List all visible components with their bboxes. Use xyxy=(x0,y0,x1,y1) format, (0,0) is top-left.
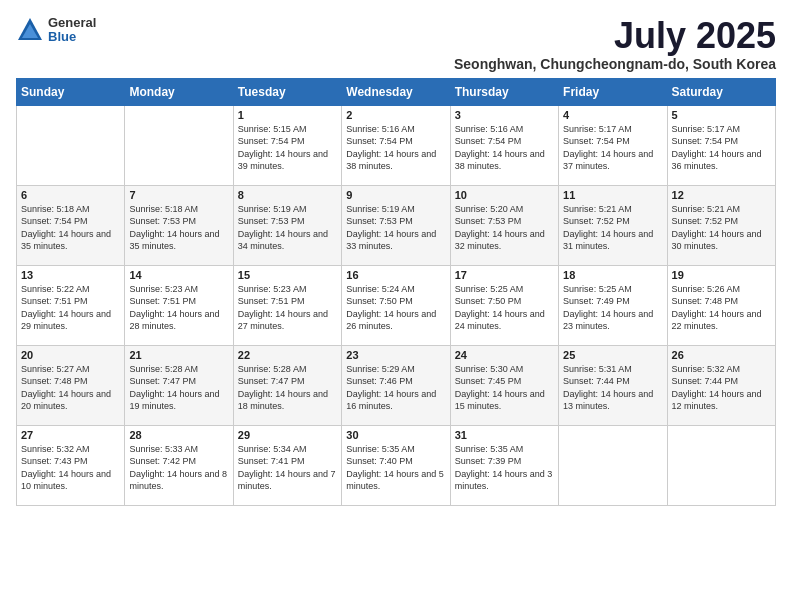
day-info: Sunrise: 5:35 AM Sunset: 7:39 PM Dayligh… xyxy=(455,443,554,493)
day-number: 11 xyxy=(563,189,662,201)
calendar-cell: 30Sunrise: 5:35 AM Sunset: 7:40 PM Dayli… xyxy=(342,425,450,505)
calendar-cell: 19Sunrise: 5:26 AM Sunset: 7:48 PM Dayli… xyxy=(667,265,775,345)
day-number: 13 xyxy=(21,269,120,281)
calendar-cell: 7Sunrise: 5:18 AM Sunset: 7:53 PM Daylig… xyxy=(125,185,233,265)
day-number: 8 xyxy=(238,189,337,201)
calendar-cell: 25Sunrise: 5:31 AM Sunset: 7:44 PM Dayli… xyxy=(559,345,667,425)
weekday-header-friday: Friday xyxy=(559,78,667,105)
calendar-cell: 26Sunrise: 5:32 AM Sunset: 7:44 PM Dayli… xyxy=(667,345,775,425)
calendar-cell: 11Sunrise: 5:21 AM Sunset: 7:52 PM Dayli… xyxy=(559,185,667,265)
day-info: Sunrise: 5:20 AM Sunset: 7:53 PM Dayligh… xyxy=(455,203,554,253)
calendar-cell: 16Sunrise: 5:24 AM Sunset: 7:50 PM Dayli… xyxy=(342,265,450,345)
logo: General Blue xyxy=(16,16,96,45)
calendar-cell xyxy=(667,425,775,505)
day-info: Sunrise: 5:25 AM Sunset: 7:49 PM Dayligh… xyxy=(563,283,662,333)
day-number: 4 xyxy=(563,109,662,121)
day-number: 28 xyxy=(129,429,228,441)
day-info: Sunrise: 5:17 AM Sunset: 7:54 PM Dayligh… xyxy=(672,123,771,173)
calendar-cell: 5Sunrise: 5:17 AM Sunset: 7:54 PM Daylig… xyxy=(667,105,775,185)
day-number: 17 xyxy=(455,269,554,281)
day-number: 1 xyxy=(238,109,337,121)
day-info: Sunrise: 5:21 AM Sunset: 7:52 PM Dayligh… xyxy=(563,203,662,253)
calendar-cell: 4Sunrise: 5:17 AM Sunset: 7:54 PM Daylig… xyxy=(559,105,667,185)
weekday-header-row: SundayMondayTuesdayWednesdayThursdayFrid… xyxy=(17,78,776,105)
month-title: July 2025 xyxy=(454,16,776,56)
calendar-cell: 13Sunrise: 5:22 AM Sunset: 7:51 PM Dayli… xyxy=(17,265,125,345)
calendar-table: SundayMondayTuesdayWednesdayThursdayFrid… xyxy=(16,78,776,506)
calendar-cell: 28Sunrise: 5:33 AM Sunset: 7:42 PM Dayli… xyxy=(125,425,233,505)
day-info: Sunrise: 5:29 AM Sunset: 7:46 PM Dayligh… xyxy=(346,363,445,413)
day-number: 22 xyxy=(238,349,337,361)
day-number: 23 xyxy=(346,349,445,361)
day-info: Sunrise: 5:24 AM Sunset: 7:50 PM Dayligh… xyxy=(346,283,445,333)
calendar-cell xyxy=(17,105,125,185)
day-info: Sunrise: 5:33 AM Sunset: 7:42 PM Dayligh… xyxy=(129,443,228,493)
day-number: 9 xyxy=(346,189,445,201)
calendar-cell: 9Sunrise: 5:19 AM Sunset: 7:53 PM Daylig… xyxy=(342,185,450,265)
calendar-cell: 6Sunrise: 5:18 AM Sunset: 7:54 PM Daylig… xyxy=(17,185,125,265)
calendar-cell: 12Sunrise: 5:21 AM Sunset: 7:52 PM Dayli… xyxy=(667,185,775,265)
calendar-cell: 21Sunrise: 5:28 AM Sunset: 7:47 PM Dayli… xyxy=(125,345,233,425)
calendar-week-row: 13Sunrise: 5:22 AM Sunset: 7:51 PM Dayli… xyxy=(17,265,776,345)
logo-blue-text: Blue xyxy=(48,30,96,44)
calendar-cell: 27Sunrise: 5:32 AM Sunset: 7:43 PM Dayli… xyxy=(17,425,125,505)
day-info: Sunrise: 5:25 AM Sunset: 7:50 PM Dayligh… xyxy=(455,283,554,333)
calendar-week-row: 27Sunrise: 5:32 AM Sunset: 7:43 PM Dayli… xyxy=(17,425,776,505)
title-section: July 2025 Seonghwan, Chungcheongnam-do, … xyxy=(454,16,776,72)
calendar-cell: 29Sunrise: 5:34 AM Sunset: 7:41 PM Dayli… xyxy=(233,425,341,505)
day-info: Sunrise: 5:18 AM Sunset: 7:53 PM Dayligh… xyxy=(129,203,228,253)
day-info: Sunrise: 5:23 AM Sunset: 7:51 PM Dayligh… xyxy=(238,283,337,333)
day-number: 24 xyxy=(455,349,554,361)
day-info: Sunrise: 5:30 AM Sunset: 7:45 PM Dayligh… xyxy=(455,363,554,413)
calendar-cell xyxy=(559,425,667,505)
day-number: 31 xyxy=(455,429,554,441)
day-number: 27 xyxy=(21,429,120,441)
calendar-cell: 17Sunrise: 5:25 AM Sunset: 7:50 PM Dayli… xyxy=(450,265,558,345)
day-info: Sunrise: 5:21 AM Sunset: 7:52 PM Dayligh… xyxy=(672,203,771,253)
day-number: 3 xyxy=(455,109,554,121)
weekday-header-tuesday: Tuesday xyxy=(233,78,341,105)
day-number: 26 xyxy=(672,349,771,361)
day-info: Sunrise: 5:17 AM Sunset: 7:54 PM Dayligh… xyxy=(563,123,662,173)
calendar-cell: 24Sunrise: 5:30 AM Sunset: 7:45 PM Dayli… xyxy=(450,345,558,425)
day-number: 2 xyxy=(346,109,445,121)
day-info: Sunrise: 5:31 AM Sunset: 7:44 PM Dayligh… xyxy=(563,363,662,413)
calendar-cell: 3Sunrise: 5:16 AM Sunset: 7:54 PM Daylig… xyxy=(450,105,558,185)
weekday-header-wednesday: Wednesday xyxy=(342,78,450,105)
day-number: 16 xyxy=(346,269,445,281)
day-number: 7 xyxy=(129,189,228,201)
day-number: 10 xyxy=(455,189,554,201)
day-number: 5 xyxy=(672,109,771,121)
weekday-header-saturday: Saturday xyxy=(667,78,775,105)
calendar-cell: 18Sunrise: 5:25 AM Sunset: 7:49 PM Dayli… xyxy=(559,265,667,345)
calendar-cell: 10Sunrise: 5:20 AM Sunset: 7:53 PM Dayli… xyxy=(450,185,558,265)
day-info: Sunrise: 5:23 AM Sunset: 7:51 PM Dayligh… xyxy=(129,283,228,333)
day-info: Sunrise: 5:35 AM Sunset: 7:40 PM Dayligh… xyxy=(346,443,445,493)
day-number: 6 xyxy=(21,189,120,201)
weekday-header-sunday: Sunday xyxy=(17,78,125,105)
day-number: 15 xyxy=(238,269,337,281)
calendar-cell: 22Sunrise: 5:28 AM Sunset: 7:47 PM Dayli… xyxy=(233,345,341,425)
day-info: Sunrise: 5:18 AM Sunset: 7:54 PM Dayligh… xyxy=(21,203,120,253)
day-info: Sunrise: 5:28 AM Sunset: 7:47 PM Dayligh… xyxy=(129,363,228,413)
day-number: 14 xyxy=(129,269,228,281)
day-info: Sunrise: 5:19 AM Sunset: 7:53 PM Dayligh… xyxy=(238,203,337,253)
calendar-cell: 2Sunrise: 5:16 AM Sunset: 7:54 PM Daylig… xyxy=(342,105,450,185)
calendar-week-row: 6Sunrise: 5:18 AM Sunset: 7:54 PM Daylig… xyxy=(17,185,776,265)
calendar-cell: 8Sunrise: 5:19 AM Sunset: 7:53 PM Daylig… xyxy=(233,185,341,265)
day-info: Sunrise: 5:32 AM Sunset: 7:44 PM Dayligh… xyxy=(672,363,771,413)
day-info: Sunrise: 5:22 AM Sunset: 7:51 PM Dayligh… xyxy=(21,283,120,333)
day-number: 12 xyxy=(672,189,771,201)
day-number: 25 xyxy=(563,349,662,361)
day-number: 18 xyxy=(563,269,662,281)
day-number: 20 xyxy=(21,349,120,361)
logo-icon xyxy=(16,16,44,44)
calendar-cell: 14Sunrise: 5:23 AM Sunset: 7:51 PM Dayli… xyxy=(125,265,233,345)
day-info: Sunrise: 5:32 AM Sunset: 7:43 PM Dayligh… xyxy=(21,443,120,493)
calendar-cell xyxy=(125,105,233,185)
location-title: Seonghwan, Chungcheongnam-do, South Kore… xyxy=(454,56,776,72)
page-header: General Blue July 2025 Seonghwan, Chungc… xyxy=(16,16,776,72)
day-number: 30 xyxy=(346,429,445,441)
calendar-cell: 23Sunrise: 5:29 AM Sunset: 7:46 PM Dayli… xyxy=(342,345,450,425)
calendar-cell: 1Sunrise: 5:15 AM Sunset: 7:54 PM Daylig… xyxy=(233,105,341,185)
